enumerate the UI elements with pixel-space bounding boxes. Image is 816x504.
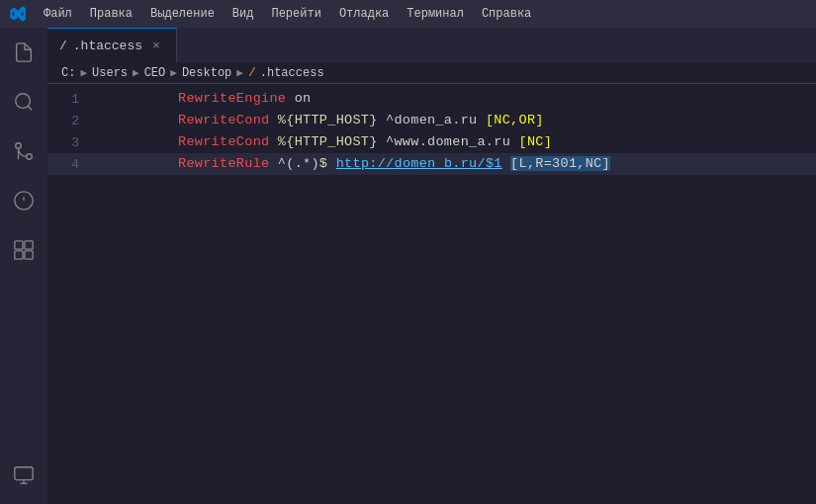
svg-rect-9 [15,251,23,259]
menu-go[interactable]: Перейти [263,5,328,23]
svg-rect-10 [25,251,33,259]
tab-bar: / .htaccess × [47,28,816,62]
keyword-rewriterule: RewriteRule [178,156,269,171]
menu-help[interactable]: Справка [474,5,539,23]
pattern-rule: ^(.*) [269,156,318,171]
svg-point-3 [16,143,22,149]
space-rule-2 [502,156,510,171]
menu-bar: Файл Правка Выделение Вид Перейти Отладк… [0,0,816,28]
search-icon[interactable] [7,85,41,119]
flags-selected: [L,R=301,NC] [510,156,610,171]
svg-point-2 [27,154,33,160]
tab-filename: .htaccess [73,39,142,53]
code-content-4: RewriteRule ^(.*)$ http://domen_b.ru/$1 … [95,131,610,197]
svg-rect-8 [25,241,33,249]
extensions-icon[interactable] [7,233,41,267]
menu-selection[interactable]: Выделение [142,5,223,23]
anchor-rule: $ [319,156,327,171]
menu-edit[interactable]: Правка [82,5,140,23]
breadcrumb-sep-3: ▶ [170,66,177,79]
breadcrumb-sep-1: ▶ [80,66,87,79]
line-number-1: 1 [47,92,95,107]
breadcrumb-users: Users [92,66,128,80]
editor-area: / .htaccess × C: ▶ Users ▶ CEO ▶ Desktop… [47,28,816,504]
menu-file[interactable]: Файл [36,5,80,23]
menu-items: Файл Правка Выделение Вид Перейти Отладк… [36,5,539,23]
line-number-4: 4 [47,157,95,172]
breadcrumb-file: / .htaccess [248,65,324,80]
svg-rect-11 [15,467,33,480]
tab-dot: / [59,39,67,53]
debug-icon[interactable] [7,184,41,217]
breadcrumb-ceo: CEO [144,66,166,80]
breadcrumb-c: C: [61,66,75,80]
svg-point-0 [16,94,31,109]
line-number-3: 3 [47,135,95,150]
menu-debug[interactable]: Отладка [331,5,397,23]
space-rule [327,156,335,171]
source-control-icon[interactable] [7,134,41,168]
url-target: http://domen_b.ru/$1 [336,156,502,171]
vscode-logo [8,4,28,24]
breadcrumb-desktop: Desktop [182,66,231,80]
menu-view[interactable]: Вид [225,5,262,23]
editor-tab[interactable]: / .htaccess × [47,28,177,62]
menu-terminal[interactable]: Терминал [399,5,472,23]
breadcrumb-file-dot: / [248,65,256,80]
svg-line-1 [28,106,32,110]
breadcrumb-sep-2: ▶ [133,66,139,79]
breadcrumb: C: ▶ Users ▶ CEO ▶ Desktop ▶ / .htaccess [47,62,816,84]
files-icon[interactable] [7,36,41,69]
breadcrumb-filename: .htaccess [260,66,324,80]
remote-icon[interactable] [7,459,41,492]
svg-rect-7 [15,241,23,249]
line-number-2: 2 [47,114,95,128]
breadcrumb-sep-4: ▶ [236,66,243,79]
code-line-4: 4 RewriteRule ^(.*)$ http://domen_b.ru/$… [47,153,816,175]
code-editor[interactable]: 1 RewriteEngine on 2 RewriteCond %{HTTP_… [47,84,816,504]
activity-bar [0,28,47,504]
tab-close-button[interactable]: × [148,37,164,55]
main-layout: / .htaccess × C: ▶ Users ▶ CEO ▶ Desktop… [0,28,816,504]
